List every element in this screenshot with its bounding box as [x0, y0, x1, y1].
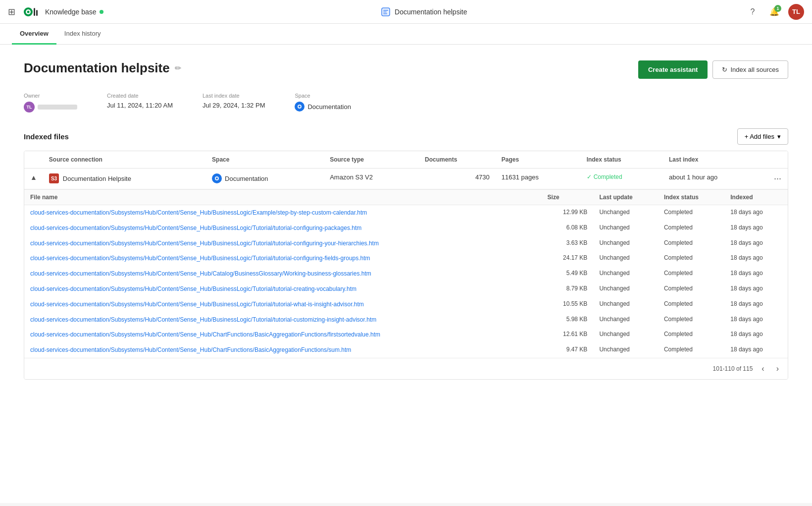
th-documents: Documents — [419, 151, 496, 169]
avatar[interactable]: TL — [788, 4, 804, 20]
file-last-update-cell: Unchanged — [593, 281, 658, 297]
file-row: cloud-services-documentation/Subsystems/… — [24, 342, 788, 358]
file-path[interactable]: cloud-services-documentation/Subsystems/… — [30, 316, 376, 323]
tab-index-history[interactable]: Index history — [56, 24, 109, 45]
file-row: cloud-services-documentation/Subsystems/… — [24, 205, 788, 221]
th-source-type: Source type — [324, 151, 419, 169]
th-pages: Pages — [496, 151, 581, 169]
file-index-status-cell: Completed — [658, 205, 724, 221]
owner-name-placeholder — [38, 105, 77, 110]
file-path[interactable]: cloud-services-documentation/Subsystems/… — [30, 255, 370, 262]
collapse-button[interactable]: ▲ — [30, 173, 37, 181]
file-row: cloud-services-documentation/Subsystems/… — [24, 251, 788, 266]
more-options-button[interactable]: ··· — [774, 173, 781, 184]
file-indexed-cell: 18 days ago — [724, 251, 788, 266]
file-last-update-cell: Unchanged — [593, 312, 658, 328]
file-path[interactable]: cloud-services-documentation/Subsystems/… — [30, 209, 367, 216]
main-content: Documentation helpsite ✏ Create assistan… — [0, 45, 812, 503]
index-all-sources-button[interactable]: ↻ Index all sources — [712, 60, 788, 79]
source-name-cell: S3 Documentation Helpsite — [43, 169, 206, 189]
file-path-cell: cloud-services-documentation/Subsystems/… — [24, 266, 542, 281]
file-size-cell: 9.47 KB — [542, 342, 594, 358]
th-file-name: File name — [24, 190, 542, 205]
file-indexed-cell: 18 days ago — [724, 297, 788, 312]
source-connection-icon: S3 — [49, 173, 59, 183]
tab-overview[interactable]: Overview — [12, 24, 56, 45]
file-indexed-cell: 18 days ago — [724, 221, 788, 236]
file-index-status-cell: Completed — [658, 251, 724, 266]
file-path-cell: cloud-services-documentation/Subsystems/… — [24, 342, 542, 358]
qlik-logo[interactable] — [21, 6, 39, 18]
source-documents-cell: 4730 — [419, 169, 496, 189]
metadata-row: Owner TL Created date Jul 11, 2024, 11:2… — [24, 93, 788, 112]
th-actions — [768, 151, 788, 169]
owner-label: Owner — [24, 93, 77, 99]
created-label: Created date — [107, 93, 173, 99]
source-type-cell: Amazon S3 V2 — [324, 169, 419, 189]
page-title: Documentation helpsite — [24, 60, 170, 76]
th-source-connection: Source connection — [43, 151, 206, 169]
file-size-cell: 6.08 KB — [542, 221, 594, 236]
file-index-status-cell: Completed — [658, 236, 724, 251]
collapse-cell: ▲ — [24, 169, 43, 189]
file-path[interactable]: cloud-services-documentation/Subsystems/… — [30, 331, 380, 338]
page-header: Documentation helpsite ✏ Create assistan… — [24, 60, 788, 79]
indexed-files-table: Source connection Space Source type Docu… — [24, 151, 788, 380]
file-index-status-cell: Completed — [658, 297, 724, 312]
file-size-cell: 24.17 KB — [542, 251, 594, 266]
create-assistant-button[interactable]: Create assistant — [638, 60, 708, 79]
file-path[interactable]: cloud-services-documentation/Subsystems/… — [30, 285, 356, 292]
notifications-button[interactable]: 🔔 1 — [766, 4, 782, 20]
file-path[interactable]: cloud-services-documentation/Subsystems/… — [30, 225, 361, 231]
file-path[interactable]: cloud-services-documentation/Subsystems/… — [30, 240, 379, 247]
owner-value: TL — [24, 102, 77, 112]
created-meta: Created date Jul 11, 2024, 11:20 AM — [107, 93, 173, 112]
file-last-update-cell: Unchanged — [593, 221, 658, 236]
svg-text:S3: S3 — [51, 176, 57, 181]
source-space-cell: Documentation — [206, 169, 324, 189]
source-last-index-cell: about 1 hour ago — [663, 169, 768, 189]
svg-rect-6 — [383, 10, 388, 11]
prev-page-button[interactable]: ‹ — [759, 363, 767, 374]
created-value: Jul 11, 2024, 11:20 AM — [107, 102, 173, 109]
svg-point-10 — [299, 106, 301, 108]
notification-badge: 1 — [774, 5, 781, 12]
th-indexed: Indexed — [724, 190, 788, 205]
file-path-cell: cloud-services-documentation/Subsystems/… — [24, 236, 542, 251]
th-size: Size — [542, 190, 594, 205]
help-button[interactable]: ? — [745, 4, 761, 20]
source-row: ▲ S3 Documentation Helpsite — [24, 169, 788, 189]
th-space: Space — [206, 151, 324, 169]
indexed-files-header: Indexed files + Add files ▾ — [24, 128, 788, 145]
chevron-down-icon: ▾ — [777, 133, 781, 140]
svg-point-14 — [216, 177, 218, 179]
last-index-label: Last index date — [203, 93, 265, 99]
check-icon: ✓ — [587, 173, 592, 180]
file-path[interactable]: cloud-services-documentation/Subsystems/… — [30, 346, 351, 353]
source-status-cell: ✓ Completed — [581, 169, 663, 189]
files-table: File name Size Last update Index status … — [24, 189, 788, 358]
table-header-row: Source connection Space Source type Docu… — [24, 151, 788, 169]
file-indexed-cell: 18 days ago — [724, 312, 788, 328]
svg-point-2 — [27, 10, 30, 13]
edit-icon[interactable]: ✏ — [175, 63, 181, 73]
next-page-button[interactable]: › — [773, 363, 782, 374]
file-size-cell: 10.55 KB — [542, 297, 594, 312]
space-icon — [295, 102, 304, 112]
space-meta: Space Documentation — [295, 93, 351, 112]
file-path[interactable]: cloud-services-documentation/Subsystems/… — [30, 270, 371, 277]
file-path-cell: cloud-services-documentation/Subsystems/… — [24, 251, 542, 266]
file-size-cell: 8.79 KB — [542, 281, 594, 297]
file-path-cell: cloud-services-documentation/Subsystems/… — [24, 205, 542, 221]
th-last-update: Last update — [593, 190, 658, 205]
file-last-update-cell: Unchanged — [593, 205, 658, 221]
grid-icon[interactable]: ⊞ — [8, 6, 15, 17]
file-index-status-cell: Completed — [658, 327, 724, 342]
file-path[interactable]: cloud-services-documentation/Subsystems/… — [30, 301, 364, 308]
add-files-button[interactable]: + Add files ▾ — [737, 128, 788, 145]
file-last-update-cell: Unchanged — [593, 251, 658, 266]
file-row: cloud-services-documentation/Subsystems/… — [24, 236, 788, 251]
file-index-status-cell: Completed — [658, 221, 724, 236]
top-nav: ⊞ Knowledge base Documentation helpsite … — [0, 0, 812, 24]
file-index-status-cell: Completed — [658, 266, 724, 281]
